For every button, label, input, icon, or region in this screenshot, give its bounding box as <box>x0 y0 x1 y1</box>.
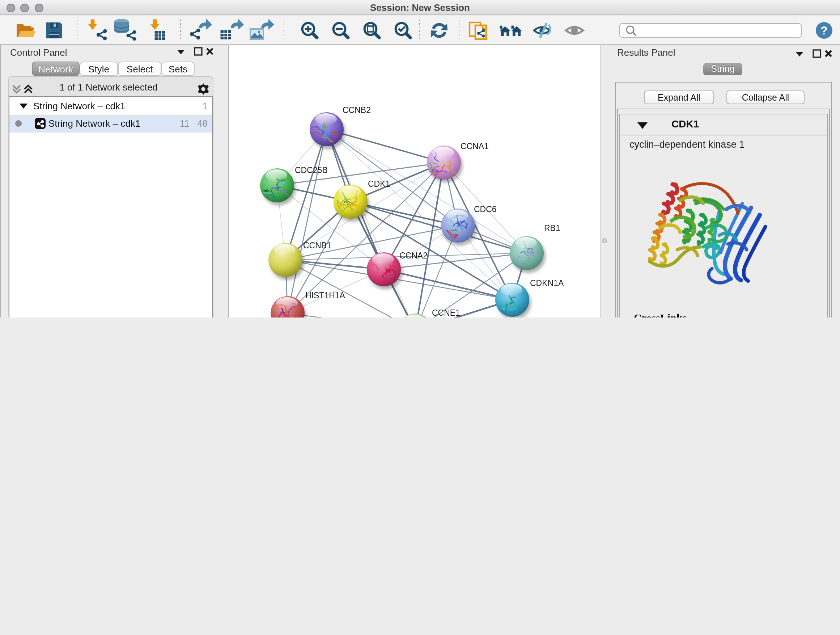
svg-text:?: ? <box>821 24 828 37</box>
